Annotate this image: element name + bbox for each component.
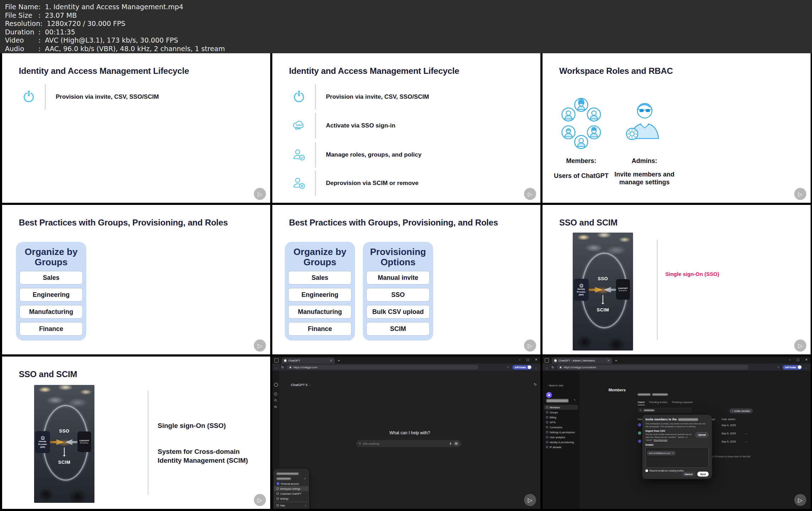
show-example-link[interactable]: Show Example xyxy=(654,439,667,441)
frame-4-best-practices-slide: Best Practices with Groups, Provisioning… xyxy=(2,205,270,354)
cancel-button[interactable]: Cancel xyxy=(682,472,695,477)
refresh-icon[interactable]: ↻ xyxy=(281,365,284,369)
user-roles-icon xyxy=(291,147,307,163)
mic-icon[interactable] xyxy=(449,442,452,445)
dialog-title: Invite members to the xyxy=(645,418,709,421)
back-to-chat-link[interactable]: ‹ Back to chat xyxy=(547,384,563,387)
next-button[interactable]: Next xyxy=(697,472,709,477)
personal-account-avatar xyxy=(277,482,279,485)
minimize-button[interactable]: – xyxy=(789,358,791,361)
temporary-chat-icon[interactable]: ↻ xyxy=(534,382,537,386)
filter-search-input[interactable] xyxy=(637,408,692,413)
menu-item-customize-chatgpt[interactable]: Customize ChatGPT xyxy=(274,491,309,496)
lifecycle-step-provision: Provision via invite, CSV, SSO/SCIM xyxy=(21,84,159,110)
favorites-star-icon[interactable]: ☆ xyxy=(777,365,780,369)
maximize-button[interactable]: ▢ xyxy=(526,358,529,361)
emails-input-area[interactable]: john.smith@acme.com ✕ xyxy=(645,447,709,468)
sidebar-item-members[interactable]: Members xyxy=(544,405,578,410)
sidebar-item-identity-provisioning[interactable]: Identity & provisioning xyxy=(544,440,578,445)
tab-close-icon[interactable]: ✕ xyxy=(607,359,610,362)
voice-mode-button[interactable] xyxy=(454,441,459,446)
sidebar-item-user-analytics[interactable]: User analytics xyxy=(544,435,578,440)
sidebar-item-ip-allowlist[interactable]: IP allowlist xyxy=(544,445,578,450)
chat-input[interactable]: + Ask anything xyxy=(356,440,462,447)
library-icon[interactable] xyxy=(274,403,277,410)
members-tabs: Users Pending invites Pending requests xyxy=(638,401,693,405)
search-icon[interactable] xyxy=(274,397,277,403)
panel-title: Organize by Groups xyxy=(288,247,351,267)
edit-pencil-icon[interactable]: ✎ xyxy=(574,399,576,402)
divider xyxy=(657,240,658,340)
back-icon[interactable]: ← xyxy=(275,365,279,369)
tab-close-icon[interactable]: ✕ xyxy=(330,359,332,362)
menu-item-log-out[interactable]: Log out xyxy=(274,508,309,509)
sidebar-item-gpts[interactable]: GPTs xyxy=(544,420,578,425)
sidebar-item-billing[interactable]: Billing xyxy=(544,415,578,420)
meta-value-resolution: 1280x720 / 30.000 FPS xyxy=(47,20,125,28)
menu-item-workspace-settings[interactable]: Workspace settings xyxy=(274,486,309,491)
sidebar-item-settings-permissions[interactable]: Settings & permissions xyxy=(544,430,578,435)
new-tab-button[interactable]: + xyxy=(338,358,340,363)
tab-users[interactable]: Users xyxy=(638,401,645,405)
inprivate-badge[interactable]: InPrivate xyxy=(512,365,532,370)
frame-3-rbac-slide: Workspace Roles and RBAC xyxy=(543,53,811,203)
sso-scim-photo: SSO SCIM Identity Provider (IDP) CHATGPT… xyxy=(573,233,633,350)
chatgpt-favicon xyxy=(284,359,287,362)
browser-menu-icon[interactable]: … xyxy=(535,365,538,369)
account-email-blurred xyxy=(274,471,309,476)
browser-tab-chatgpt[interactable]: ChatGPT ✕ xyxy=(282,358,335,364)
step-label: Provision via invite, CSV, SSO/SCIM xyxy=(56,93,159,100)
divider xyxy=(315,142,316,168)
new-chat-icon[interactable] xyxy=(274,391,277,397)
inprivate-badge[interactable]: InPrivate xyxy=(783,365,802,370)
divider xyxy=(315,84,316,110)
back-icon[interactable]: ← xyxy=(545,365,549,369)
menu-item-personal-account[interactable]: Personal account xyxy=(274,481,309,486)
upload-button[interactable]: Upload xyxy=(695,432,709,437)
window-icon xyxy=(274,358,279,363)
group-box-sales: Sales xyxy=(288,271,351,284)
group-box-manufacturing: Manufacturing xyxy=(288,305,351,319)
play-watermark-icon: ▷ xyxy=(794,339,806,352)
power-icon xyxy=(21,89,37,105)
close-window-button[interactable]: ✕ xyxy=(805,358,808,361)
new-tab-button[interactable]: + xyxy=(615,358,617,363)
close-window-button[interactable]: ✕ xyxy=(535,358,538,361)
menu-item-help[interactable]: Help› xyxy=(274,503,309,508)
maximize-button[interactable]: ▢ xyxy=(796,358,800,361)
frame-grid: Identity and Access Management Lifecycle… xyxy=(0,53,812,511)
workspace-row-blurred[interactable]: ✓ xyxy=(274,476,309,481)
remove-chip-icon[interactable]: ✕ xyxy=(672,452,674,454)
slide-title: Identity and Access Management Lifecycle xyxy=(19,66,189,76)
play-watermark-icon: ▷ xyxy=(254,339,266,352)
browser-tab-admin[interactable]: ChatGPT - Admin | Members ✕ xyxy=(552,358,612,364)
checkbox[interactable] xyxy=(645,469,648,472)
model-switcher[interactable]: ChatGPT 5 ⌄ xyxy=(291,383,311,387)
workspace-logo: ◆ xyxy=(546,392,552,398)
meta-value-video: AVC (High@L3.1), 173 kb/s, 30.000 FPS xyxy=(45,36,178,45)
divider xyxy=(148,390,148,495)
meta-value-filename: 1. Identity and Access Management.mp4 xyxy=(45,3,183,11)
down-arrow-icon xyxy=(64,447,65,456)
minimize-button[interactable]: – xyxy=(519,358,521,361)
tab-pending-requests[interactable]: Pending requests xyxy=(672,401,692,405)
chat-input-placeholder: Ask anything xyxy=(363,442,447,445)
tab-pending-invites[interactable]: Pending invites xyxy=(649,401,667,405)
divider xyxy=(315,170,316,196)
refresh-icon[interactable]: ↻ xyxy=(551,365,554,369)
menu-item-settings[interactable]: Settings xyxy=(274,496,309,501)
play-watermark-icon: ▷ xyxy=(794,188,806,200)
address-field[interactable]: https://chatgpt.com/admin xyxy=(557,365,748,370)
browser-menu-icon[interactable]: … xyxy=(805,365,808,369)
member-extra-dash: — xyxy=(745,432,748,435)
csv-title: Import from CSV xyxy=(645,430,709,432)
address-field[interactable]: https://chatgpt.com xyxy=(287,365,478,370)
sidebar-item-connectors[interactable]: Connectors xyxy=(544,425,578,430)
chevron-right-icon: › xyxy=(305,504,306,507)
favorites-star-icon[interactable]: ☆ xyxy=(507,365,509,369)
invite-member-button[interactable]: + Invite member xyxy=(729,408,753,413)
slide-title: Workspace Roles and RBAC xyxy=(559,66,673,76)
attach-plus-icon[interactable]: + xyxy=(359,442,361,445)
analytics-icon xyxy=(546,436,548,438)
sidebar-item-groups[interactable]: Groups xyxy=(544,410,578,415)
